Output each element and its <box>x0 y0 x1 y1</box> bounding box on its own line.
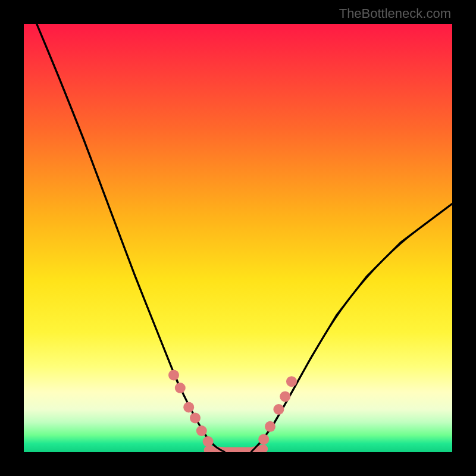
marker-markers-right-0 <box>258 434 269 444</box>
series-bottleneck-curve-left <box>37 24 226 452</box>
chart-lines <box>37 24 452 452</box>
series-bottleneck-curve-right <box>251 203 452 452</box>
marker-markers-right-3 <box>280 391 290 402</box>
marker-markers-right-4 <box>286 376 297 387</box>
marker-markers-left-0 <box>168 369 179 380</box>
marker-markers-left-4 <box>196 425 207 436</box>
marker-markers-left-5 <box>203 436 214 447</box>
series-smooth-bottleneck-curve-right <box>251 203 452 452</box>
series-bottom-flat <box>208 449 264 451</box>
watermark-text: TheBottleneck.com <box>339 6 451 21</box>
marker-markers-left-1 <box>175 383 186 393</box>
marker-markers-left-3 <box>190 412 201 423</box>
marker-markers-right-2 <box>273 404 284 415</box>
marker-markers-left-2 <box>183 402 194 412</box>
marker-markers-right-1 <box>265 421 275 432</box>
series-smooth-bottleneck-curve-left <box>37 24 226 452</box>
chart-plot-area <box>24 24 452 452</box>
chart-svg <box>24 24 452 452</box>
chart-markers <box>168 369 297 447</box>
